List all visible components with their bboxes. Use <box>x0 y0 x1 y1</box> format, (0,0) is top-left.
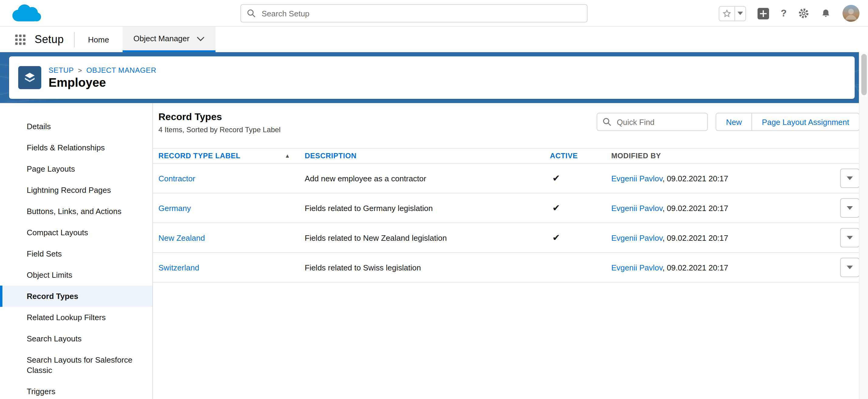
description-cell: Fields related to Germany legislation <box>305 203 550 212</box>
record-type-label-cell: New Zealand <box>153 233 305 242</box>
row-actions-button[interactable] <box>840 169 860 188</box>
gear-icon <box>798 8 809 19</box>
sidebar-item[interactable]: Field Sets <box>0 243 152 264</box>
sidebar-item-label: Record Types <box>27 292 78 301</box>
global-header: ? <box>0 0 868 27</box>
modified-date: , 09.02.2021 20:17 <box>662 263 728 272</box>
sidebar-item[interactable]: Record Types <box>0 286 152 307</box>
object-manager-sidebar: Details Fields & Relationships Page Layo… <box>0 103 153 399</box>
modified-by-link[interactable]: Evgenii Pavlov <box>611 203 662 212</box>
sidebar-item[interactable]: Object Limits <box>0 264 152 286</box>
sidebar-item-label: Field Sets <box>27 249 62 258</box>
sidebar-item-label: Details <box>27 122 51 131</box>
sidebar-item[interactable]: Fields & Relationships <box>0 137 152 158</box>
panel-action-buttons: New Page Layout Assignment <box>716 113 860 131</box>
help-button[interactable]: ? <box>781 8 787 19</box>
sidebar-item-label: Fields & Relationships <box>27 143 105 152</box>
favorites-button-group <box>719 6 746 21</box>
column-header-label: RECORD TYPE LABEL <box>158 152 240 160</box>
sidebar-item-label: Page Layouts <box>27 164 75 173</box>
sidebar-item-label: Search Layouts <box>27 334 82 343</box>
app-launcher-icon[interactable] <box>15 34 26 44</box>
bell-icon <box>820 8 831 19</box>
add-button[interactable] <box>757 8 769 19</box>
page-header-card: SETUP > OBJECT MANAGER Employee <box>9 56 855 99</box>
row-actions-button[interactable] <box>840 258 860 277</box>
record-type-link[interactable]: Germany <box>158 203 191 212</box>
record-type-label-cell: Contractor <box>153 174 305 183</box>
row-action-cell <box>833 228 860 247</box>
row-actions-button[interactable] <box>840 228 860 247</box>
record-type-link[interactable]: Switzerland <box>158 263 199 272</box>
setup-nav-bar: Setup Home Object Manager <box>0 27 868 52</box>
salesforce-setup-page: ? <box>0 0 868 399</box>
breadcrumb-separator: > <box>78 66 82 74</box>
modified-date: , 09.02.2021 20:17 <box>662 233 728 242</box>
favorites-dropdown-button[interactable] <box>735 6 746 21</box>
sidebar-item[interactable]: Details <box>0 116 152 137</box>
table-row: Contractor Add new employee as a contrac… <box>153 164 860 193</box>
row-actions-button[interactable] <box>840 198 860 218</box>
modified-by-link[interactable]: Evgenii Pavlov <box>611 233 662 242</box>
tab-home[interactable]: Home <box>75 27 122 52</box>
modified-by-link[interactable]: Evgenii Pavlov <box>611 174 662 183</box>
sidebar-item-label: Lightning Record Pages <box>27 186 111 195</box>
new-button[interactable]: New <box>716 113 752 131</box>
sidebar-item[interactable]: Page Layouts <box>0 158 152 179</box>
vertical-scrollbar[interactable] <box>859 52 868 399</box>
page-header-band: SETUP > OBJECT MANAGER Employee <box>0 52 868 103</box>
column-header-active[interactable]: ACTIVE <box>550 152 611 160</box>
breadcrumb-object-manager-link[interactable]: OBJECT MANAGER <box>87 66 157 74</box>
record-type-link[interactable]: New Zealand <box>158 233 205 242</box>
record-type-link[interactable]: Contractor <box>158 174 195 183</box>
sidebar-item[interactable]: Search Layouts <box>0 328 152 349</box>
sidebar-item[interactable]: Search Layouts for Salesforce Classic <box>0 349 152 381</box>
sidebar-item[interactable]: Buttons, Links, and Actions <box>0 201 152 222</box>
modified-by-cell: Evgenii Pavlov, 09.02.2021 20:17 <box>611 203 833 212</box>
panel-title-block: Record Types 4 Items, Sorted by Record T… <box>158 111 280 134</box>
sidebar-item[interactable]: Lightning Record Pages <box>0 179 152 201</box>
salesforce-cloud-logo <box>10 2 44 25</box>
panel-header: Record Types 4 Items, Sorted by Record T… <box>153 111 860 134</box>
notifications-button[interactable] <box>820 8 831 19</box>
cloud-icon <box>10 2 44 25</box>
app-name: Setup <box>35 33 64 46</box>
page-layout-assignment-button[interactable]: Page Layout Assignment <box>752 113 860 131</box>
sidebar-item[interactable]: Triggers <box>0 381 152 399</box>
user-avatar[interactable] <box>842 5 860 22</box>
breadcrumb: SETUP > OBJECT MANAGER <box>49 66 156 74</box>
quick-find-input[interactable] <box>597 113 708 131</box>
sidebar-item-label: Triggers <box>27 387 55 396</box>
quick-find <box>597 113 708 131</box>
dropdown-arrow-icon <box>847 236 853 239</box>
page-title: Employee <box>49 75 156 90</box>
row-action-cell <box>833 198 860 218</box>
active-check-icon: ✔ <box>550 232 611 243</box>
setup-gear-button[interactable] <box>798 8 809 19</box>
column-header-record-type-label[interactable]: RECORD TYPE LABEL ▲ <box>153 152 305 160</box>
breadcrumb-setup-link[interactable]: SETUP <box>49 66 74 74</box>
modified-date: , 09.02.2021 20:17 <box>662 203 728 212</box>
global-header-actions: ? <box>719 0 860 27</box>
description-cell: Fields related to New Zealand legislatio… <box>305 233 550 242</box>
search-setup-input[interactable] <box>240 4 588 23</box>
record-type-label-cell: Germany <box>153 203 305 212</box>
sort-asc-icon: ▲ <box>285 153 290 159</box>
content-area: Details Fields & Relationships Page Layo… <box>0 103 868 399</box>
sidebar-item[interactable]: Related Lookup Filters <box>0 307 152 328</box>
column-header-description[interactable]: DESCRIPTION <box>305 152 550 160</box>
modified-by-cell: Evgenii Pavlov, 09.02.2021 20:17 <box>611 263 833 272</box>
sidebar-item-label: Search Layouts for Salesforce Classic <box>27 355 132 375</box>
plus-icon <box>760 10 767 17</box>
tab-object-manager[interactable]: Object Manager <box>122 27 215 52</box>
page-header-text: SETUP > OBJECT MANAGER Employee <box>49 66 156 90</box>
favorites-star-button[interactable] <box>719 6 735 21</box>
dropdown-arrow-icon <box>847 176 853 180</box>
avatar-silhouette-icon <box>842 5 860 22</box>
modified-by-link[interactable]: Evgenii Pavlov <box>611 263 662 272</box>
sidebar-item[interactable]: Compact Layouts <box>0 222 152 243</box>
modified-by-cell: Evgenii Pavlov, 09.02.2021 20:17 <box>611 233 833 242</box>
row-action-cell <box>833 258 860 277</box>
scrollbar-thumb[interactable] <box>861 54 867 95</box>
star-icon <box>722 9 732 18</box>
